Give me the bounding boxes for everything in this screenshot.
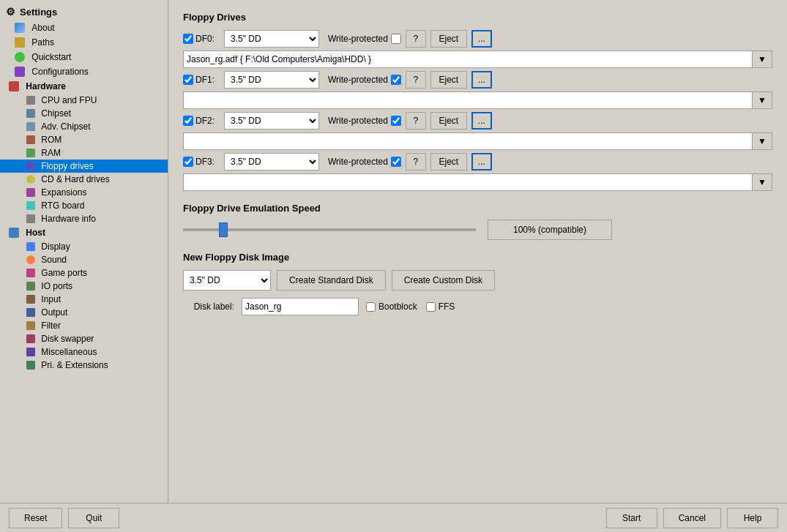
start-button[interactable]: Start	[606, 508, 657, 528]
output-icon	[26, 308, 35, 317]
df3-type-select[interactable]: 3.5" DD 3.5" HD 5.25" SD 3.5" ED	[224, 153, 319, 171]
sound-icon	[26, 255, 35, 264]
df1-path-row: ▼	[183, 91, 772, 109]
sidebar-item-adv-chipset[interactable]: Adv. Chipset	[0, 120, 168, 133]
df1-question-button[interactable]: ?	[406, 71, 426, 89]
sidebar-section-host[interactable]: Host	[0, 225, 168, 240]
df3-question-button[interactable]: ?	[406, 153, 426, 171]
drive-row-df3: DF3: 3.5" DD 3.5" HD 5.25" SD 3.5" ED Wr…	[183, 153, 772, 171]
df3-checkbox-label[interactable]: DF3:	[183, 157, 220, 167]
create-custom-disk-button[interactable]: Create Custom Disk	[392, 270, 495, 291]
sidebar-item-cd-hard-drives[interactable]: CD & Hard drives	[0, 173, 168, 186]
sidebar-item-output[interactable]: Output	[0, 306, 168, 319]
df2-checkbox-label[interactable]: DF2:	[183, 116, 220, 126]
sidebar-item-sound[interactable]: Sound	[0, 253, 168, 266]
chipset-icon	[26, 109, 35, 118]
sidebar-item-ram[interactable]: RAM	[0, 146, 168, 160]
ffs-checkbox[interactable]	[426, 302, 436, 312]
df2-path-dropdown-button[interactable]: ▼	[752, 132, 772, 150]
sidebar-item-paths[interactable]: Paths	[0, 35, 168, 50]
sidebar-item-disk-swapper[interactable]: Disk swapper	[0, 332, 168, 345]
sidebar-item-display[interactable]: Display	[0, 240, 168, 253]
df1-path-dropdown-button[interactable]: ▼	[752, 91, 772, 109]
misc-icon	[26, 348, 35, 356]
rtg-icon	[26, 201, 35, 210]
reset-button[interactable]: Reset	[9, 508, 62, 528]
sidebar-item-configurations[interactable]: Configurations	[0, 64, 168, 79]
sidebar-item-input[interactable]: Input	[0, 293, 168, 306]
sidebar-header[interactable]: ⚙ Settings	[0, 3, 168, 20]
df0-path-dropdown-button[interactable]: ▼	[752, 50, 772, 68]
bottom-bar: Reset Quit Start Cancel Help	[0, 503, 787, 532]
df0-question-button[interactable]: ?	[406, 30, 426, 48]
df3-checkbox[interactable]	[183, 157, 193, 167]
help-button[interactable]: Help	[727, 508, 778, 528]
disk-label-input[interactable]	[242, 298, 359, 315]
df1-dots-button[interactable]: ...	[471, 71, 492, 89]
df0-type-select[interactable]: 3.5" DD 3.5" HD 5.25" SD 3.5" ED	[224, 30, 319, 48]
speed-display: 100% (compatible)	[488, 220, 612, 240]
cancel-button[interactable]: Cancel	[663, 508, 721, 528]
sidebar-item-about[interactable]: About	[0, 20, 168, 35]
df2-path-input[interactable]	[183, 132, 752, 150]
df0-eject-button[interactable]: Eject	[430, 30, 467, 48]
df2-write-protected-checkbox[interactable]	[391, 116, 401, 126]
ffs-label: FFS	[439, 301, 455, 312]
hardware-info-icon	[26, 214, 35, 223]
df1-checkbox-label[interactable]: DF1:	[183, 75, 220, 85]
disk-label-row: Disk label: Bootblock FFS	[183, 298, 772, 315]
sidebar-item-miscellaneous[interactable]: Miscellaneous	[0, 345, 168, 359]
df0-write-protected-checkbox[interactable]	[391, 34, 401, 44]
expansions-icon	[26, 188, 35, 197]
input-icon	[26, 295, 35, 304]
df3-path-input[interactable]	[183, 173, 752, 191]
bootblock-label: Bootblock	[378, 301, 417, 312]
df3-write-protected-checkbox[interactable]	[391, 157, 401, 167]
df3-dots-button[interactable]: ...	[471, 153, 492, 171]
bottom-left: Reset Quit	[9, 508, 119, 528]
sidebar-item-rom[interactable]: ROM	[0, 133, 168, 146]
df0-dots-button[interactable]: ...	[471, 30, 492, 48]
sidebar-item-quickstart[interactable]: Quickstart	[0, 50, 168, 64]
df0-checkbox-label[interactable]: DF0:	[183, 34, 220, 44]
df2-type-select[interactable]: 3.5" DD 3.5" HD 5.25" SD 3.5" ED	[224, 112, 319, 130]
sidebar-item-filter[interactable]: Filter	[0, 319, 168, 332]
speed-slider[interactable]	[183, 228, 476, 231]
sidebar-item-floppy-drives[interactable]: Floppy drives	[0, 160, 168, 173]
df3-path-dropdown-button[interactable]: ▼	[752, 173, 772, 191]
bootblock-checkbox[interactable]	[366, 302, 376, 312]
adv-chipset-icon	[26, 122, 35, 131]
sidebar-item-cpu-fpu[interactable]: CPU and FPU	[0, 94, 168, 107]
df0-path-input[interactable]	[183, 50, 752, 68]
quit-button[interactable]: Quit	[68, 508, 119, 528]
df1-path-input[interactable]	[183, 91, 752, 109]
host-icon	[9, 228, 19, 238]
df2-question-button[interactable]: ?	[406, 112, 426, 130]
df1-eject-button[interactable]: Eject	[430, 71, 467, 89]
df3-write-protected-label: Write-protected	[328, 157, 388, 167]
sidebar-item-expansions[interactable]: Expansions	[0, 186, 168, 199]
df0-checkbox[interactable]	[183, 34, 193, 44]
settings-icon: ⚙	[6, 6, 15, 18]
sidebar-item-chipset[interactable]: Chipset	[0, 107, 168, 120]
df3-write-protected: Write-protected	[328, 157, 401, 167]
sidebar-item-hardware-info[interactable]: Hardware info	[0, 212, 168, 225]
df3-eject-button[interactable]: Eject	[430, 153, 467, 171]
df1-type-select[interactable]: 3.5" DD 3.5" HD 5.25" SD 3.5" ED	[224, 71, 319, 89]
create-standard-disk-button[interactable]: Create Standard Disk	[277, 270, 386, 291]
drive-group-df2: DF2: 3.5" DD 3.5" HD 5.25" SD 3.5" ED Wr…	[183, 112, 772, 150]
df1-write-protected-checkbox[interactable]	[391, 75, 401, 85]
df2-dots-button[interactable]: ...	[471, 112, 492, 130]
df1-checkbox[interactable]	[183, 75, 193, 85]
sidebar-item-pri-extensions[interactable]: Pri. & Extensions	[0, 359, 168, 372]
df2-checkbox[interactable]	[183, 116, 193, 126]
drive-group-df3: DF3: 3.5" DD 3.5" HD 5.25" SD 3.5" ED Wr…	[183, 153, 772, 191]
sidebar-section-hardware[interactable]: Hardware	[0, 79, 168, 94]
disk-type-select[interactable]: 3.5" DD 3.5" HD 5.25" SD	[183, 270, 271, 291]
df1-write-protected: Write-protected	[328, 75, 401, 85]
sidebar-item-label: CD & Hard drives	[41, 174, 109, 184]
df2-eject-button[interactable]: Eject	[430, 112, 467, 130]
sidebar-item-rtg-board[interactable]: RTG board	[0, 199, 168, 212]
sidebar-item-game-ports[interactable]: Game ports	[0, 266, 168, 280]
sidebar-item-io-ports[interactable]: IO ports	[0, 280, 168, 293]
